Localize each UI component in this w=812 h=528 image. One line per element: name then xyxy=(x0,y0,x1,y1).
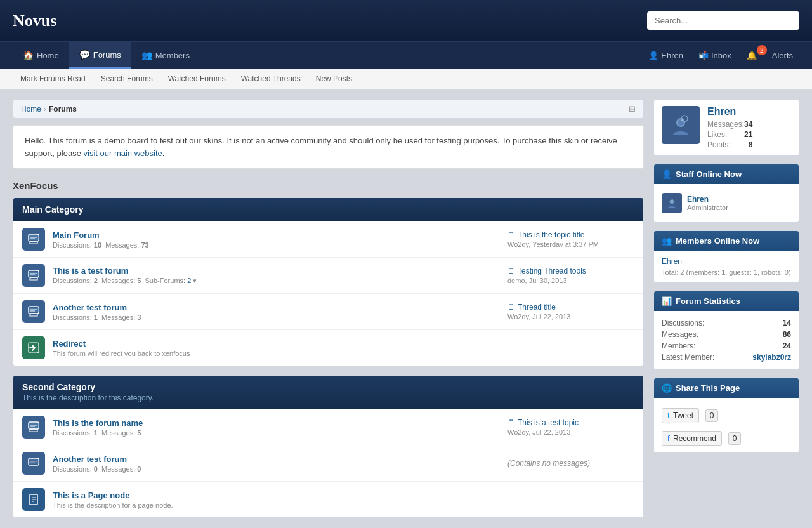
forum-name-test[interactable]: This is a test forum xyxy=(53,266,128,275)
forum-latest-title-another[interactable]: 🗒 Thread title xyxy=(508,303,634,312)
tweet-label: Tweet xyxy=(673,411,693,420)
forum-icon-another xyxy=(22,300,45,323)
sidebar-members-online-header: 👥 Members Online Now xyxy=(654,231,799,251)
nav-home-label: Home xyxy=(37,51,59,60)
notice-link[interactable]: visit our main website xyxy=(84,148,162,158)
stat-latest-val[interactable]: skylabz0rz xyxy=(752,353,791,362)
subnav-new-posts[interactable]: New Posts xyxy=(308,69,360,89)
forum-latest-meta-main: Wo2dy, Yesterday at 3:37 PM xyxy=(508,241,634,248)
inbox-icon: 📬 xyxy=(698,51,709,60)
tweet-button[interactable]: t Tweet xyxy=(662,408,699,423)
forum-latest-forum-name: 🗒 This is a test topic Wo2dy, Jul 22, 20… xyxy=(508,418,634,436)
sidebar-user-block: ♂ Ehren Messages: 34 Likes: 21 xyxy=(653,99,799,156)
forum-row-page-node: This is a Page node This is the descript… xyxy=(13,481,643,517)
nav-alerts-label: Alerts xyxy=(772,51,793,60)
recommend-button[interactable]: f Recommend xyxy=(662,431,722,446)
staff-member-name[interactable]: Ehren xyxy=(687,195,728,204)
facebook-icon: f xyxy=(667,434,670,443)
user-points-val: 8 xyxy=(749,140,753,149)
breadcrumb-sep: › xyxy=(44,105,46,114)
breadcrumb-home[interactable]: Home xyxy=(21,105,41,114)
forum-icon-page-node xyxy=(22,488,45,511)
category-second: Second Category This is the description … xyxy=(13,375,644,518)
members-online-title: Members Online Now xyxy=(676,236,759,246)
sidebar-members-online-block: 👥 Members Online Now Ehren Total: 2 (mem… xyxy=(653,230,799,283)
forum-row-another-2: Another test forum Discussions: 0 Messag… xyxy=(13,445,643,481)
sidebar-staff-block: 👤 Staff Online Now ♂ Ehren Administrator xyxy=(653,164,799,223)
category-main: Main Category Main Forum Discussions: 10… xyxy=(13,197,644,366)
forum-meta-another-2: Discussions: 0 Messages: 0 xyxy=(53,465,500,473)
category-second-desc: This is the description for this categor… xyxy=(22,393,634,402)
staff-item: ♂ Ehren Administrator xyxy=(662,190,791,216)
forum-info-test: This is a test forum Discussions: 2 Mess… xyxy=(53,266,500,285)
alert-badge: 2 xyxy=(757,45,767,55)
nav-members-label: Members xyxy=(155,51,190,60)
forum-name-main[interactable]: Main Forum xyxy=(53,230,100,240)
stat-discussions-label: Discussions: xyxy=(662,319,704,327)
user-stat-likes: Likes: 21 xyxy=(707,130,752,139)
latest-post-icon: 🗒 xyxy=(508,303,515,312)
user-stat-messages: Messages: 34 xyxy=(707,120,752,129)
subnav-mark-read[interactable]: Mark Forums Read xyxy=(13,69,93,89)
forum-info-page-node: This is a Page node This is the descript… xyxy=(53,491,500,509)
subnav-search-forums[interactable]: Search Forums xyxy=(93,69,160,89)
category-main-title: Main Category xyxy=(22,204,83,214)
nav-alerts[interactable]: 🔔 2 Alerts xyxy=(740,42,799,69)
user-display-name[interactable]: Ehren xyxy=(707,106,752,117)
forum-latest-meta-forum-name: Wo2dy, Jul 22, 2013 xyxy=(508,428,634,436)
forum-icon-test xyxy=(22,264,45,287)
share-row-tweet: t Tweet 0 xyxy=(662,404,791,423)
stat-members-label: Members: xyxy=(662,341,695,350)
forum-info-forum-name: This is the forum name Discussions: 1 Me… xyxy=(53,418,500,437)
subnav-watched-forums[interactable]: Watched Forums xyxy=(160,69,233,89)
members-online-total: Total: 2 (members: 1, guests: 1, robots:… xyxy=(662,268,791,276)
latest-post-icon: 🗒 xyxy=(508,267,515,275)
user-messages-val: 34 xyxy=(744,120,752,129)
nav-user[interactable]: 👤 Ehren xyxy=(642,42,690,69)
forum-name-page-node[interactable]: This is a Page node xyxy=(53,491,129,500)
forum-icon-main xyxy=(22,228,45,251)
stat-latest-label: Latest Member: xyxy=(662,353,714,362)
svg-text:♂: ♂ xyxy=(680,116,684,122)
forum-name-another[interactable]: Another test forum xyxy=(53,303,127,312)
forum-meta-page-node: This is the description for a page node. xyxy=(53,501,500,509)
user-avatar[interactable]: ♂ xyxy=(662,106,700,144)
user-points-label: Points: xyxy=(707,140,731,149)
home-icon: 🏠 xyxy=(23,50,34,60)
header: Novus xyxy=(0,0,812,41)
notice-box: Hello. This forum is a demo board to tes… xyxy=(13,125,644,169)
forum-meta-test: Discussions: 2 Messages: 5 Sub-Forums: 2… xyxy=(53,277,500,285)
staff-icon: 👤 xyxy=(662,169,672,179)
forum-latest-title-forum-name[interactable]: 🗒 This is a test topic xyxy=(508,418,634,427)
breadcrumb-current: Forums xyxy=(49,105,77,114)
nav-item-forums[interactable]: 💬 Forums xyxy=(69,42,131,69)
nav-user-label: Ehren xyxy=(661,51,683,60)
nav-inbox[interactable]: 📬 Inbox xyxy=(692,42,738,69)
main-layout: Home › Forums ⊞ Hello. This forum is a d… xyxy=(0,89,812,528)
forum-latest-meta-another: Wo2dy, Jul 22, 2013 xyxy=(508,313,634,320)
forum-name-forum-name[interactable]: This is the forum name xyxy=(53,418,143,428)
nav-item-members[interactable]: 👥 Members xyxy=(131,42,200,69)
forum-meta-another: Discussions: 1 Messages: 3 xyxy=(53,314,500,321)
sidebar-staff-content: ♂ Ehren Administrator xyxy=(654,184,799,222)
user-likes-val: 21 xyxy=(744,130,752,139)
subnav-watched-threads[interactable]: Watched Threads xyxy=(233,69,308,89)
forum-name-redirect[interactable]: Redirect xyxy=(53,339,86,348)
members-online-names[interactable]: Ehren xyxy=(662,257,791,266)
forum-icon-forum-name xyxy=(22,416,45,439)
forum-name-another-2[interactable]: Another test forum xyxy=(53,454,127,464)
sidebar-stats-header: 📊 Forum Statistics xyxy=(654,291,799,311)
svg-text:♂: ♂ xyxy=(671,199,673,202)
nav-item-home[interactable]: 🏠 Home xyxy=(13,42,69,69)
user-icon: 👤 xyxy=(648,51,658,60)
stat-discussions-val: 14 xyxy=(783,319,791,327)
latest-post-icon2: 🗒 xyxy=(508,418,515,427)
forum-latest-title-main[interactable]: 🗒 This is the topic title xyxy=(508,230,634,239)
forum-icon-another-2 xyxy=(22,452,45,475)
site-logo[interactable]: Novus xyxy=(13,11,56,30)
search-input[interactable] xyxy=(647,11,799,30)
forum-row-redirect: Redirect This forum will redirect you ba… xyxy=(13,329,643,366)
twitter-icon: t xyxy=(667,411,670,420)
forum-info-redirect: Redirect This forum will redirect you ba… xyxy=(53,339,500,357)
forum-latest-title-test[interactable]: 🗒 Testing Thread tools xyxy=(508,267,634,275)
